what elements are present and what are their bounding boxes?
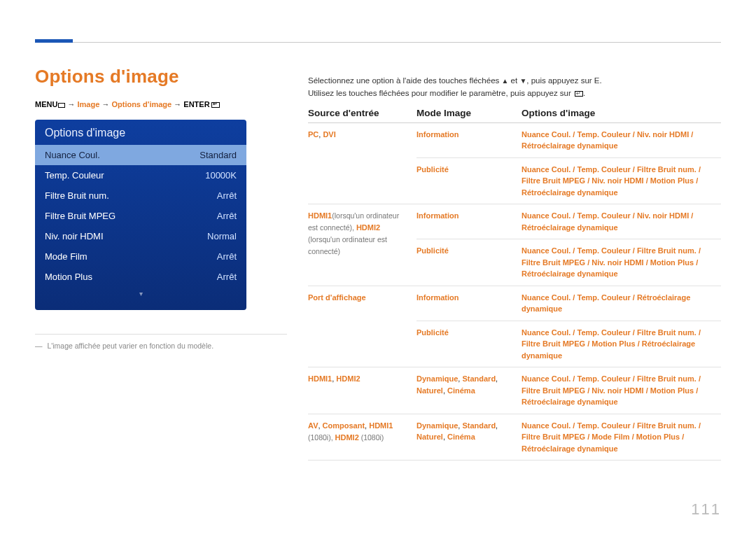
footnote: ― L'image affichée peut varier en foncti…	[35, 342, 287, 350]
cell-mode: Publicité	[416, 321, 522, 368]
cell-mode: Information	[416, 286, 522, 321]
table-row: HDMI1(lorsqu'un ordinateur est connecté)…	[308, 204, 721, 239]
down-triangle-icon: ▼	[519, 77, 526, 85]
cell-source: PC, DVI	[308, 123, 416, 205]
cell-options: Nuance Coul. / Temp. Couleur / Filtre Br…	[522, 367, 721, 414]
cell-mode: Dynamique, Standard, Naturel, Cinéma	[416, 367, 522, 414]
osd-row[interactable]: Filtre Bruit num.Arrêt	[35, 185, 246, 206]
osd-row[interactable]: Nuance Coul.Standard	[35, 145, 246, 165]
table-row: HDMI1, HDMI2Dynamique, Standard, Naturel…	[308, 367, 721, 414]
osd-row[interactable]: Temp. Couleur10000K	[35, 165, 246, 185]
cell-options: Nuance Coul. / Temp. Couleur / Filtre Br…	[522, 414, 721, 461]
footnote-dash: ―	[35, 342, 43, 350]
cell-mode: Information	[416, 123, 522, 158]
th-options: Options d'image	[522, 108, 721, 123]
page-number: 111	[691, 500, 721, 519]
osd-row-value: Arrêt	[217, 251, 237, 262]
osd-row-label: Nuance Coul.	[45, 150, 100, 160]
osd-row-label: Niv. noir HDMI	[45, 231, 104, 241]
enter-icon	[575, 91, 583, 97]
intro-l1c: , puis appuyez sur E.	[526, 76, 601, 85]
table-row: AV, Composant, HDMI1 (1080i), HDMI2 (108…	[308, 414, 721, 461]
osd-row-label: Filtre Bruit num.	[45, 190, 109, 201]
cell-options: Nuance Coul. / Temp. Couleur / Filtre Br…	[522, 239, 721, 286]
osd-panel: Options d'image Nuance Coul.StandardTemp…	[35, 120, 246, 310]
osd-row-label: Motion Plus	[45, 272, 92, 282]
table-row: PC, DVIInformationNuance Coul. / Temp. C…	[308, 123, 721, 158]
th-mode: Mode Image	[416, 108, 522, 123]
osd-row-value: Arrêt	[217, 211, 237, 221]
bc-enter: ENTER	[183, 100, 209, 108]
bc-options: Options d'image	[111, 100, 172, 108]
osd-panel-title: Options d'image	[35, 120, 246, 145]
th-source: Source d'entrée	[308, 108, 416, 123]
cell-source: HDMI1(lorsqu'un ordinateur est connecté)…	[308, 204, 416, 286]
osd-row[interactable]: Motion PlusArrêt	[35, 267, 246, 287]
intro-l2a: Utilisez les touches fléchées pour modif…	[308, 89, 573, 97]
cell-source: AV, Composant, HDMI1 (1080i), HDMI2 (108…	[308, 414, 416, 461]
cell-source: Port d'affichage	[308, 286, 416, 368]
osd-row-value: 10000K	[205, 170, 237, 181]
osd-row-label: Filtre Bruit MPEG	[45, 211, 115, 221]
cell-source: HDMI1, HDMI2	[308, 367, 416, 414]
cell-options: Nuance Coul. / Temp. Couleur / Filtre Br…	[522, 321, 721, 368]
intro-text: Sélectionnez une option à l'aide des tou…	[308, 74, 721, 100]
osd-row-value: Normal	[207, 231, 237, 241]
osd-row-value: Arrêt	[217, 190, 237, 201]
osd-panel-rows: Nuance Coul.StandardTemp. Couleur10000KF…	[35, 145, 246, 287]
table-row: Port d'affichageInformationNuance Coul. …	[308, 286, 721, 321]
osd-row-value: Standard	[200, 150, 237, 160]
up-triangle-icon: ▲	[501, 77, 508, 85]
cell-options: Nuance Coul. / Temp. Couleur / Rétroécla…	[522, 286, 721, 321]
cell-options: Nuance Coul. / Temp. Couleur / Filtre Br…	[522, 158, 721, 205]
menu-icon	[58, 103, 65, 108]
bc-image: Image	[78, 100, 100, 108]
osd-row-label: Temp. Couleur	[45, 170, 104, 181]
footnote-text: L'image affichée peut varier en fonction…	[47, 342, 214, 350]
osd-row[interactable]: Niv. noir HDMINormal	[35, 226, 246, 246]
intro-l1a: Sélectionnez une option à l'aide des tou…	[308, 76, 501, 85]
osd-row-value: Arrêt	[217, 272, 237, 282]
cell-mode: Information	[416, 204, 522, 239]
separator	[35, 334, 287, 335]
scroll-down-icon: ▾	[35, 287, 246, 297]
osd-row[interactable]: Mode FilmArrêt	[35, 246, 246, 267]
cell-options: Nuance Coul. / Temp. Couleur / Niv. noir…	[522, 123, 721, 158]
enter-icon	[211, 102, 220, 108]
bc-arrow: →	[67, 100, 77, 108]
page-top-rule	[35, 42, 721, 43]
osd-row-label: Mode Film	[45, 251, 88, 262]
cell-mode: Publicité	[416, 239, 522, 286]
page-title: Options d'image	[35, 66, 287, 87]
breadcrumb: MENU → Image → Options d'image → ENTER	[35, 100, 287, 108]
cell-mode: Dynamique, Standard, Naturel, Cinéma	[416, 414, 522, 461]
intro-l2b: .	[583, 89, 585, 97]
bc-menu: MENU	[35, 100, 57, 108]
bc-arrow: →	[102, 100, 111, 108]
cell-mode: Publicité	[416, 158, 522, 205]
options-table: Source d'entrée Mode Image Options d'ima…	[308, 108, 721, 461]
intro-l1b: et	[508, 76, 519, 85]
osd-row[interactable]: Filtre Bruit MPEGArrêt	[35, 206, 246, 226]
bc-arrow: →	[174, 100, 183, 108]
cell-options: Nuance Coul. / Temp. Couleur / Niv. noir…	[522, 204, 721, 239]
